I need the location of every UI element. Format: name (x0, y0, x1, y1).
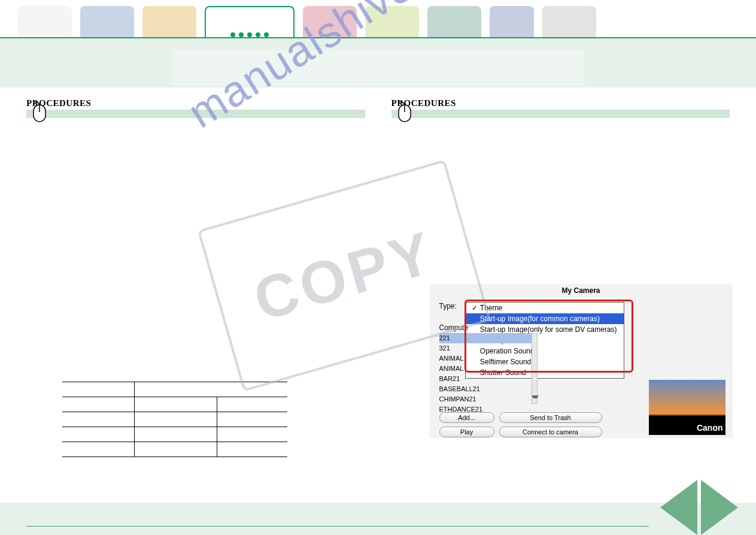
tab-9[interactable] (542, 6, 596, 37)
tab-7[interactable] (427, 6, 481, 37)
procedures-heading-left: PROCEDURES (26, 98, 365, 108)
tab-2[interactable] (80, 6, 134, 37)
file-list[interactable]: 221 321 ANIMAL ANIMAL BAR21 BASEBALL21 C… (439, 333, 532, 415)
tab-6[interactable] (365, 6, 419, 37)
dropdown-option[interactable]: ✓Theme (466, 303, 624, 313)
next-page-arrow[interactable] (701, 480, 738, 535)
dropdown-option-selected[interactable]: Start-up Image(for common cameras) (466, 313, 624, 324)
scrollbar[interactable] (532, 333, 538, 404)
type-label: Type: (439, 302, 457, 310)
tab-3[interactable] (142, 6, 196, 37)
footer-band (0, 503, 756, 535)
tab-5[interactable] (303, 6, 357, 37)
preview-brand: Canon (697, 423, 723, 433)
list-item[interactable]: CHIMPAN21 (439, 394, 532, 404)
right-column: PROCEDURES My Camera Type: ✓Theme Start-… (391, 98, 730, 457)
header-inner (172, 50, 585, 86)
list-item[interactable]: 321 (439, 343, 532, 353)
trash-button[interactable]: Send to Trash (499, 412, 602, 423)
spec-table (62, 382, 287, 457)
tab-active[interactable] (205, 6, 294, 37)
list-item[interactable]: ANIMAL (439, 353, 532, 364)
tab-active-dots (230, 32, 269, 37)
tab-8[interactable] (490, 6, 534, 37)
list-item[interactable]: ANIMAL (439, 364, 532, 374)
header-band (0, 37, 756, 87)
procedures-bar-right (391, 110, 730, 118)
preview-image: Canon (649, 380, 725, 435)
procedures-heading-right: PROCEDURES (391, 98, 730, 108)
mouse-icon (397, 100, 413, 123)
tab-1[interactable] (18, 6, 72, 37)
connect-button[interactable]: Connect to camera (499, 427, 602, 437)
mouse-icon (32, 100, 48, 123)
list-item[interactable]: 221 (439, 333, 532, 343)
footer-line (26, 526, 649, 527)
list-item[interactable]: BAR21 (439, 374, 532, 384)
prev-page-arrow[interactable] (660, 480, 697, 535)
computer-label: Compute (439, 324, 469, 332)
procedures-bar-left (26, 110, 365, 118)
list-item[interactable]: BASEBALL21 (439, 384, 532, 394)
tab-underline (0, 37, 756, 38)
mycamera-window: My Camera Type: ✓Theme Start-up Image(fo… (430, 284, 733, 438)
mycamera-title: My Camera (430, 284, 733, 297)
add-button[interactable]: Add... (439, 412, 494, 423)
left-column: PROCEDURES (26, 98, 365, 457)
play-button[interactable]: Play (439, 427, 494, 437)
tab-bar (0, 0, 756, 37)
nav-arrows (660, 492, 738, 535)
